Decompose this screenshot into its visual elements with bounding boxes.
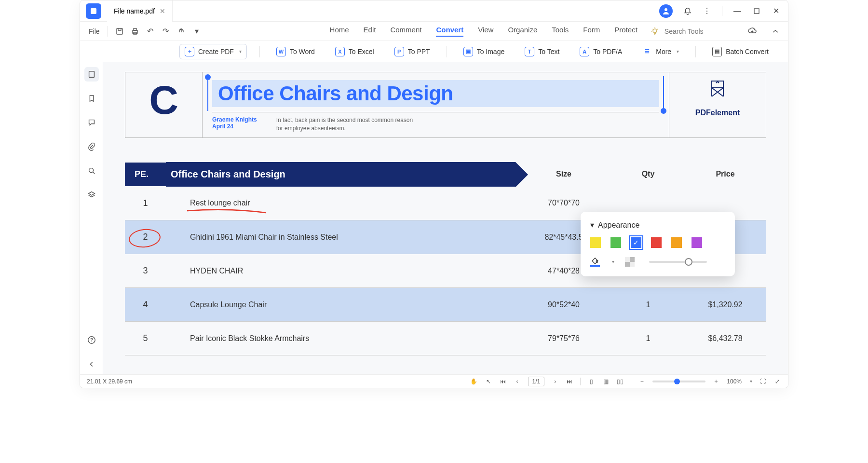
titlebar: File name.pdf ✕ ⋮ — ✕	[80, 0, 788, 22]
attachment-icon[interactable]	[84, 139, 99, 154]
red-circle-annotation	[128, 228, 162, 249]
menu-comment[interactable]: Comment	[390, 26, 421, 37]
to-excel-button[interactable]: XTo Excel	[331, 45, 378, 58]
color-swatch-yellow[interactable]	[590, 237, 601, 248]
col-size: Size	[515, 170, 612, 178]
undo-icon[interactable]: ↶	[145, 26, 156, 37]
to-word-button[interactable]: WTo Word	[272, 45, 319, 58]
create-pdf-button[interactable]: ＋ Create PDF▾	[179, 44, 247, 59]
page-dimensions: 21.01 X 29.69 cm	[87, 378, 132, 385]
two-page-view-icon[interactable]: ▯▯	[616, 378, 624, 385]
document-tab[interactable]: File name.pdf ✕	[107, 0, 173, 22]
share-icon[interactable]	[176, 26, 187, 37]
search-tools-input[interactable]	[665, 27, 722, 35]
window-minimize-icon[interactable]: —	[733, 7, 742, 15]
fit-page-icon[interactable]: ⛶	[759, 378, 767, 385]
color-swatch-green[interactable]	[610, 237, 621, 248]
collapse-rail-icon[interactable]	[84, 357, 99, 371]
color-swatch-blue[interactable]: ✓	[631, 237, 641, 248]
svg-point-9	[89, 168, 93, 173]
zoom-slider[interactable]	[652, 381, 705, 382]
dropdown-icon[interactable]: ▾	[191, 26, 202, 37]
slider-thumb[interactable]	[685, 258, 692, 266]
cloud-upload-icon[interactable]	[747, 26, 758, 37]
caret-down-icon[interactable]: ▾	[590, 220, 594, 230]
director-chair-icon	[679, 77, 756, 103]
batch-icon: ▤	[712, 47, 722, 56]
image-icon: ▣	[463, 47, 473, 56]
to-pdfa-button[interactable]: ATo PDF/A	[576, 45, 626, 58]
svg-point-7	[653, 29, 657, 33]
text-icon: T	[525, 47, 534, 56]
app-logo-icon[interactable]	[86, 3, 101, 19]
zoom-level: 100%	[727, 378, 742, 385]
svg-rect-8	[89, 71, 94, 78]
menu-organize[interactable]: Organize	[508, 26, 537, 37]
fill-dropdown-icon[interactable]: ▾	[612, 259, 614, 264]
col-pe: PE.	[125, 163, 166, 186]
window-maximize-icon[interactable]	[752, 7, 761, 15]
save-icon[interactable]	[114, 26, 125, 37]
color-swatch-purple[interactable]	[692, 237, 702, 248]
menu-protect[interactable]: Protect	[614, 26, 637, 37]
layers-icon[interactable]	[84, 188, 99, 202]
search-icon[interactable]	[84, 163, 99, 178]
opacity-slider[interactable]	[649, 261, 707, 263]
title-cell: Office Chairs and Design Graeme Knights …	[203, 72, 669, 137]
window-close-icon[interactable]: ✕	[772, 7, 780, 15]
bell-icon[interactable]	[683, 7, 692, 15]
prev-page-icon[interactable]: ‹	[514, 378, 521, 385]
document-canvas[interactable]: C Office Chairs and Design Graeme Knight…	[103, 62, 788, 374]
more-button[interactable]: ☰More▾	[638, 45, 683, 58]
menu-tools[interactable]: Tools	[552, 26, 569, 37]
word-icon: W	[276, 47, 286, 56]
close-tab-icon[interactable]: ✕	[160, 7, 165, 15]
document-header: C Office Chairs and Design Graeme Knight…	[125, 72, 766, 138]
single-page-view-icon[interactable]: ▯	[587, 378, 595, 385]
select-tool-icon[interactable]: ↖	[485, 378, 492, 385]
menu-convert[interactable]: Convert	[436, 26, 463, 37]
document-tab-label: File name.pdf	[114, 7, 155, 15]
next-page-icon[interactable]: ›	[551, 378, 559, 385]
thumbnails-icon[interactable]	[84, 67, 99, 82]
menubar: File ↶ ↷ ▾ Home Edit Comment Convert Vie…	[80, 22, 788, 41]
menu-home[interactable]: Home	[330, 26, 349, 37]
menu-form[interactable]: Form	[583, 26, 600, 37]
print-icon[interactable]	[130, 26, 140, 37]
bookmark-icon[interactable]	[84, 91, 99, 106]
logo-cell: C	[125, 72, 203, 137]
table-row[interactable]: 5 Pair Iconic Black Stokke Armchairs 79*…	[125, 322, 766, 355]
zoom-in-icon[interactable]: ＋	[712, 378, 720, 385]
to-text-button[interactable]: TTo Text	[521, 45, 563, 58]
author-block: Graeme Knights April 24	[212, 116, 257, 133]
help-icon[interactable]	[84, 333, 99, 347]
lightbulb-icon[interactable]	[650, 27, 660, 36]
last-page-icon[interactable]: ⏭	[566, 378, 573, 385]
fill-color-button[interactable]	[590, 257, 600, 267]
user-avatar-icon[interactable]	[659, 4, 673, 18]
col-desc: Office Chairs and Design	[166, 162, 515, 187]
menu-view[interactable]: View	[478, 26, 493, 37]
brand-cell: PDFelement	[669, 72, 766, 137]
selected-title-text[interactable]: Office Chairs and Design	[212, 80, 659, 107]
brand-name: PDFelement	[679, 109, 756, 117]
col-price: Price	[684, 170, 766, 178]
continuous-view-icon[interactable]: ▥	[602, 378, 610, 385]
first-page-icon[interactable]: ⏮	[499, 378, 507, 385]
file-menu[interactable]: File	[85, 26, 104, 37]
table-row[interactable]: 4 Capsule Lounge Chair 90*52*40 1 $1,320…	[125, 288, 766, 322]
collapse-ribbon-icon[interactable]	[770, 26, 781, 37]
color-swatch-red[interactable]	[651, 237, 662, 248]
to-ppt-button[interactable]: PTo PPT	[391, 45, 434, 58]
to-image-button[interactable]: ▣To Image	[460, 45, 509, 58]
zoom-out-icon[interactable]: −	[638, 378, 646, 385]
fullscreen-icon[interactable]: ⤢	[773, 378, 781, 385]
color-swatch-orange[interactable]	[671, 237, 682, 248]
redo-icon[interactable]: ↷	[161, 26, 171, 37]
menu-edit[interactable]: Edit	[364, 26, 376, 37]
hand-tool-icon[interactable]: ✋	[470, 378, 478, 385]
page-number-input[interactable]: 1/1	[528, 377, 545, 386]
kebab-menu-icon[interactable]: ⋮	[703, 7, 711, 15]
comment-icon[interactable]	[84, 115, 99, 130]
batch-convert-button[interactable]: ▤Batch Convert	[708, 45, 773, 58]
